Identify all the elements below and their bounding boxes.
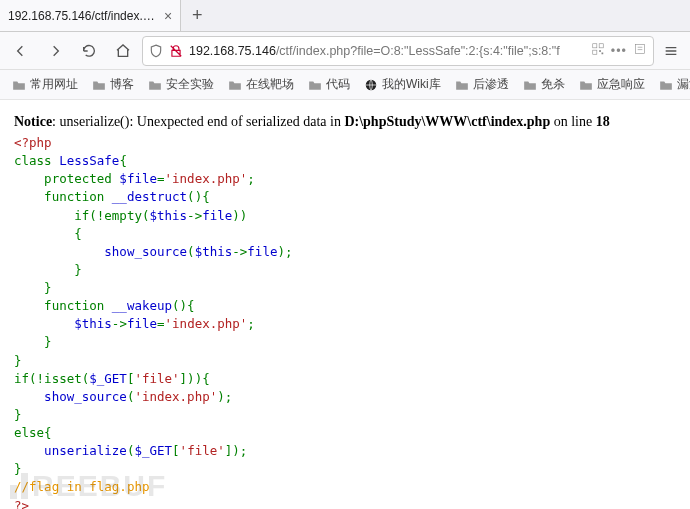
reload-button[interactable] [74, 36, 104, 66]
php-source: <?php class LessSafe{ protected $file='i… [14, 134, 676, 509]
folder-icon [308, 79, 322, 91]
url-bar[interactable]: 192.168.75.146/ctf/index.php?file=O:8:"L… [142, 36, 654, 66]
new-tab-button[interactable]: + [181, 0, 213, 31]
page-actions-icon[interactable]: ••• [611, 44, 627, 58]
qr-icon[interactable] [591, 42, 605, 59]
bookmark-item[interactable]: 后渗透 [449, 73, 515, 96]
bookmark-item[interactable]: 常用网址 [6, 73, 84, 96]
reload-icon [81, 43, 97, 59]
close-tab-icon[interactable]: × [164, 9, 172, 23]
bookmark-item[interactable]: 代码 [302, 73, 356, 96]
hamburger-icon [663, 43, 679, 59]
bookmark-item[interactable]: 我的Wiki库 [358, 73, 447, 96]
bookmark-item[interactable]: 免杀 [517, 73, 571, 96]
bookmarks-bar: 常用网址 博客 安全实验 在线靶场 代码 我的Wiki库 后渗透 免杀 应急响应… [0, 70, 690, 100]
folder-icon [228, 79, 242, 91]
bookmark-item[interactable]: 漏洞修复 [653, 73, 690, 96]
folder-icon [92, 79, 106, 91]
home-button[interactable] [108, 36, 138, 66]
folder-icon [148, 79, 162, 91]
insecure-lock-icon [169, 44, 183, 58]
folder-icon [523, 79, 537, 91]
svg-rect-2 [593, 50, 597, 54]
tab-title: 192.168.75.146/ctf/index.php?fil [8, 9, 158, 23]
svg-rect-0 [593, 44, 597, 48]
browser-tab[interactable]: 192.168.75.146/ctf/index.php?fil × [0, 0, 181, 31]
globe-icon [364, 78, 378, 92]
menu-button[interactable] [658, 36, 684, 66]
toolbar: 192.168.75.146/ctf/index.php?file=O:8:"L… [0, 32, 690, 70]
svg-rect-1 [599, 44, 603, 48]
reader-icon[interactable] [633, 42, 647, 59]
page-content: Notice: unserialize(): Unexpected end of… [0, 100, 690, 509]
url-text: 192.168.75.146/ctf/index.php?file=O:8:"L… [189, 44, 560, 58]
folder-icon [12, 79, 26, 91]
folder-icon [659, 79, 673, 91]
bookmark-item[interactable]: 应急响应 [573, 73, 651, 96]
arrow-right-icon [47, 43, 63, 59]
svg-rect-5 [635, 44, 644, 53]
svg-rect-4 [601, 53, 603, 55]
shield-icon [149, 44, 163, 58]
arrow-left-icon [13, 43, 29, 59]
back-button[interactable] [6, 36, 36, 66]
bookmark-item[interactable]: 博客 [86, 73, 140, 96]
bookmark-item[interactable]: 在线靶场 [222, 73, 300, 96]
bookmark-item[interactable]: 安全实验 [142, 73, 220, 96]
svg-rect-3 [599, 50, 601, 52]
php-notice-1: Notice: unserialize(): Unexpected end of… [14, 114, 676, 130]
folder-icon [455, 79, 469, 91]
tab-strip: 192.168.75.146/ctf/index.php?fil × + [0, 0, 690, 32]
forward-button[interactable] [40, 36, 70, 66]
home-icon [115, 43, 131, 59]
folder-icon [579, 79, 593, 91]
